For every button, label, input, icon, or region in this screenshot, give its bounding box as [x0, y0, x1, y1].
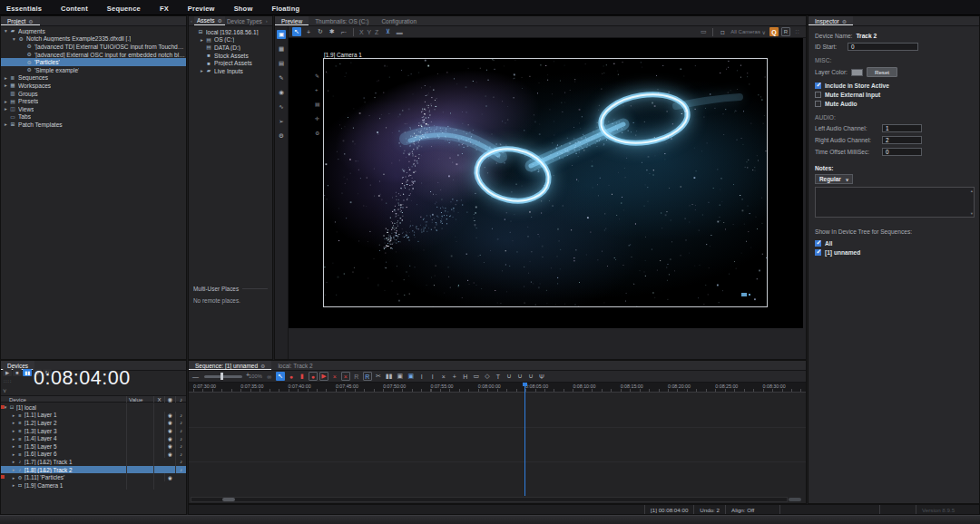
gear-icon[interactable]: ⚙ — [315, 130, 320, 136]
checkbox[interactable] — [815, 92, 821, 98]
expander-icon[interactable]: ▾ — [3, 28, 9, 34]
project-tree-item[interactable]: ▸ ≣ Sequences — [1, 74, 186, 82]
x-cell[interactable] — [153, 451, 164, 459]
speaker-icon[interactable]: ♪ — [175, 427, 186, 435]
value-cell[interactable] — [126, 412, 153, 420]
viewport[interactable]: [1.9] Camera 1 ✎+▤✛⚙ — [289, 38, 803, 328]
x-cell[interactable] — [153, 481, 164, 490]
x-cell[interactable] — [153, 473, 164, 481]
project-tree-item[interactable]: ▸ ◫ Views — [1, 105, 186, 113]
expander-icon[interactable]: ▸ — [3, 75, 9, 81]
monitor-icon[interactable]: ▭ — [699, 27, 708, 36]
device-row[interactable]: ▸ ≡ [1.2] Layer 2 ◉ ♪ — [1, 419, 186, 427]
device-row[interactable]: ▸ ◘ [1.9] Camera 1 ◉ ♪ — [1, 481, 186, 490]
value-cell[interactable] — [126, 442, 153, 451]
stop-icon[interactable]: ■ — [13, 369, 22, 376]
add-icon[interactable]: + — [315, 87, 320, 92]
value-cell[interactable] — [126, 451, 153, 459]
grid-dots-icon[interactable]: ⁚⁚ — [793, 27, 802, 36]
reset-icon[interactable]: R — [352, 372, 361, 381]
eye-icon[interactable]: ◉ — [164, 451, 175, 459]
eye-icon[interactable]: ◉ — [164, 473, 175, 481]
region-icon[interactable]: ▭ — [472, 372, 481, 381]
text-cue-icon[interactable]: T — [494, 372, 503, 381]
gear-icon[interactable]: ⚙ — [277, 131, 286, 141]
layers-icon[interactable]: ▤ — [315, 101, 320, 107]
eye-icon[interactable]: ◉ — [164, 427, 175, 435]
delete-section-icon[interactable]: × — [341, 372, 350, 381]
project-tree-item[interactable]: ▸ ⊞ Patch Templates — [1, 121, 186, 129]
x-cell[interactable] — [153, 466, 164, 474]
inspector-checkbox-row[interactable]: Mute External Input — [815, 90, 973, 99]
menu-item[interactable]: Sequence — [107, 5, 141, 13]
project-tree-item[interactable]: ▥ Groups — [1, 90, 186, 98]
expander-icon[interactable]: ▸ — [3, 106, 9, 112]
device-row[interactable]: ▸ ≡ [1.4] Layer 4 ◉ ♪ — [1, 434, 186, 442]
copy-icon[interactable]: ▣ — [396, 372, 405, 381]
pan-icon[interactable]: ◇ — [483, 372, 492, 381]
expander-icon[interactable]: ▸ — [3, 82, 9, 88]
fade-cross-icon[interactable]: ∪ — [526, 372, 535, 381]
curve-icon[interactable]: ∿ — [277, 102, 286, 112]
loop-marker-icon[interactable]: Ψ — [537, 372, 546, 381]
tab-assets[interactable]: Assets⚙ — [194, 16, 225, 25]
record-icon[interactable]: ● — [287, 372, 296, 381]
timeline-ruler[interactable]: 0:07:30:000:07:35:000:07:40:000:07:45:00… — [189, 383, 806, 393]
checkbox[interactable] — [815, 240, 821, 247]
notes-style-dropdown[interactable]: Regular∨ — [815, 174, 853, 184]
select-tool-icon[interactable]: ▣ — [277, 30, 286, 39]
device-row[interactable]: ▸ ⚙ [1.11] 'Particles' ◉ ♪ — [1, 473, 186, 481]
move-tool-icon[interactable]: + — [304, 27, 313, 36]
expander-icon[interactable]: ▸ — [3, 99, 9, 104]
pivot-tool-icon[interactable]: ⌐· — [339, 27, 348, 36]
device-row[interactable]: ▸ ≡ [1.6] Layer 6 ◉ ♪ — [1, 451, 186, 459]
gear-icon[interactable]: ⚙ — [218, 17, 222, 24]
eye-icon[interactable]: ◉ — [164, 434, 175, 442]
speaker-icon[interactable]: ♪ — [175, 419, 186, 427]
scroll-up-icon[interactable]: ▴ — [971, 189, 973, 193]
sequence-checkbox-row[interactable]: [1] unnamed — [815, 247, 973, 257]
asset-tree-item[interactable]: ■ Stock Assets — [189, 52, 272, 60]
insert-cue-icon[interactable]: I — [417, 372, 426, 381]
gear-icon[interactable]: ⚙ — [842, 18, 847, 24]
expander-icon[interactable]: ▸ — [199, 37, 205, 43]
checkbox[interactable] — [815, 101, 821, 107]
project-tree-item[interactable]: ⚙ 'Particles' — [1, 58, 186, 66]
expander-icon[interactable]: ▸ — [199, 68, 205, 73]
x-cell[interactable] — [153, 419, 164, 427]
zoom-slider[interactable]: + — [204, 375, 242, 378]
device-row[interactable]: ▸ ≡ [1.5] Layer 5 ◉ ♪ — [1, 442, 186, 451]
delete-icon[interactable]: × — [330, 372, 339, 381]
value-cell[interactable] — [126, 481, 153, 490]
play-section-icon[interactable]: ▶ — [319, 372, 328, 381]
menu-item[interactable]: Essentials — [6, 5, 42, 13]
project-tree-item[interactable]: ⚙ '[advanced TD] External TUIO/OSC input… — [1, 43, 186, 51]
camera-bar-icon[interactable]: ▬ — [395, 27, 404, 36]
asset-tree-item[interactable]: ■ Project Assets — [189, 59, 272, 67]
layer-color-swatch[interactable] — [851, 69, 863, 76]
x-cell[interactable] — [153, 427, 164, 435]
audio-channel-input[interactable]: 2 — [882, 136, 922, 144]
timeline-scrollbar[interactable] — [191, 497, 788, 502]
sequence-checkbox-row[interactable]: All — [815, 238, 973, 247]
scroll-down-icon[interactable]: ▾ — [971, 211, 973, 216]
link-icon[interactable]: ∞ — [265, 372, 274, 381]
device-row[interactable]: ▸ ♪ [1.7] (1&2) Track 1 ◉ ♪ — [1, 458, 186, 466]
x-cell[interactable] — [153, 412, 164, 420]
value-cell[interactable] — [126, 403, 153, 412]
asset-tree-item[interactable]: ▸ ▰ Live Inputs — [189, 67, 272, 75]
pause-marker-icon[interactable]: ▮▮ — [385, 372, 394, 381]
device-row[interactable]: ▸ ≡ [1.3] Layer 3 ◉ ♪ — [1, 427, 186, 435]
camera-selector-dropdown[interactable]: All Cameras ∨ — [730, 27, 767, 36]
menu-item[interactable]: Preview — [188, 5, 215, 13]
notes-textarea[interactable]: ▴ ▾ — [815, 187, 975, 218]
checkbox[interactable] — [815, 82, 821, 89]
x-cell[interactable] — [153, 442, 164, 451]
project-tree-item[interactable]: ▸ ▦ Workspaces — [1, 82, 186, 90]
tab-sequence[interactable]: Sequence: [1] unnamed⚙ — [189, 361, 271, 370]
record-marker-icon[interactable]: ▮ — [298, 372, 307, 381]
arrow-icon[interactable]: ➢ — [277, 117, 286, 126]
menu-item[interactable]: Floating — [271, 5, 299, 13]
scale-tool-icon[interactable]: ✱ — [328, 27, 337, 36]
menu-item[interactable]: Show — [234, 5, 253, 13]
